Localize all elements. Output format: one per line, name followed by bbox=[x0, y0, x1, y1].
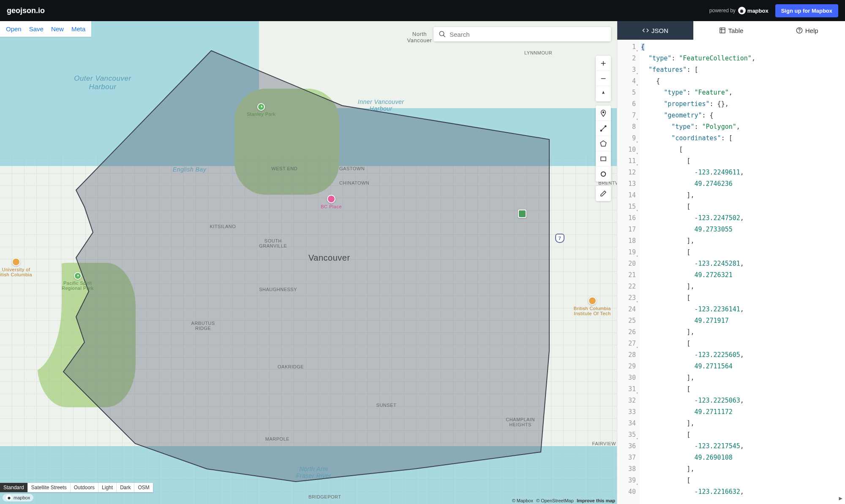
code-line[interactable]: ], bbox=[639, 418, 845, 429]
draw-circle-button[interactable] bbox=[596, 166, 611, 182]
menu-save[interactable]: Save bbox=[29, 25, 44, 33]
label-gastown: GASTOWN bbox=[339, 166, 365, 171]
gutter-line: 13 bbox=[617, 178, 638, 190]
gutter-line: 39▾ bbox=[617, 475, 638, 486]
tab-table[interactable]: Table bbox=[693, 21, 769, 40]
code-line[interactable]: "features": [ bbox=[639, 64, 845, 76]
code-line[interactable]: -123.2225063, bbox=[639, 395, 845, 406]
code-line[interactable]: 49.2690108 bbox=[639, 452, 845, 463]
code-editor[interactable]: 1▾23▾4▾567▾89▾10▾11▾12131415▾16171819▾20… bbox=[617, 40, 845, 504]
gutter-line: 19▾ bbox=[617, 247, 638, 258]
code-line[interactable]: { bbox=[639, 41, 845, 53]
code-line[interactable]: "properties": {}, bbox=[639, 98, 845, 110]
draw-line-button[interactable] bbox=[596, 121, 611, 136]
poi-ubc: University of itish Columbia bbox=[0, 258, 32, 277]
code-line[interactable]: [ bbox=[639, 247, 845, 258]
menu-meta[interactable]: Meta bbox=[71, 25, 85, 33]
code-line[interactable]: ], bbox=[639, 190, 845, 201]
gutter-line: 7▾ bbox=[617, 110, 638, 121]
code-line[interactable]: [ bbox=[639, 429, 845, 441]
highway-shield-7: 7 bbox=[555, 234, 564, 243]
code-line[interactable]: ], bbox=[639, 463, 845, 475]
mapbox-attribution-badge[interactable]: ◉ mapbox bbox=[3, 494, 33, 501]
scroll-right-arrow[interactable]: ▶ bbox=[839, 495, 842, 501]
code-line[interactable]: -123.2216632, bbox=[639, 486, 845, 498]
search-box[interactable] bbox=[433, 27, 611, 41]
code-line[interactable]: -123.2225605, bbox=[639, 349, 845, 361]
code-line[interactable]: 49.271917 bbox=[639, 315, 845, 327]
code-line[interactable]: "type": "Polygon", bbox=[639, 121, 845, 133]
gutter-line: 2 bbox=[617, 53, 638, 64]
edit-button[interactable] bbox=[596, 186, 611, 201]
code-line[interactable]: [ bbox=[639, 338, 845, 349]
search-input[interactable] bbox=[450, 31, 606, 38]
style-standard[interactable]: Standard bbox=[0, 483, 28, 492]
style-light[interactable]: Light bbox=[98, 483, 117, 492]
code-line[interactable]: { bbox=[639, 76, 845, 87]
label-west-end: WEST END bbox=[271, 166, 297, 171]
label-kitsilano: KITSILANO bbox=[210, 224, 236, 229]
city-label-vancouver: Vancouver bbox=[308, 253, 350, 263]
code-line[interactable]: -123.2245281, bbox=[639, 258, 845, 270]
menu-new[interactable]: New bbox=[51, 25, 64, 33]
code-line[interactable]: [ bbox=[639, 292, 845, 304]
brand-title[interactable]: geojson.io bbox=[7, 6, 45, 15]
water-label-inner-harbour: Inner VancouverHarbour bbox=[358, 98, 404, 112]
code-line[interactable]: -123.2236141, bbox=[639, 304, 845, 315]
draw-polygon-button[interactable] bbox=[596, 136, 611, 151]
tab-help[interactable]: Help bbox=[769, 21, 845, 40]
code-line[interactable]: "coordinates": [ bbox=[639, 133, 845, 144]
code-line[interactable]: 49.2746236 bbox=[639, 178, 845, 190]
code-line[interactable]: ], bbox=[639, 327, 845, 338]
code-line[interactable]: 49.2726321 bbox=[639, 270, 845, 281]
stadium-icon bbox=[327, 195, 335, 203]
attribution-osm[interactable]: © OpenStreetMap bbox=[536, 498, 574, 503]
gutter-line: 22 bbox=[617, 281, 638, 292]
gutter-line: 35▾ bbox=[617, 429, 638, 441]
code-line[interactable]: 49.2711172 bbox=[639, 406, 845, 418]
code-line[interactable]: "geometry": { bbox=[639, 110, 845, 121]
style-dark[interactable]: Dark bbox=[117, 483, 134, 492]
code-line[interactable]: [ bbox=[639, 384, 845, 395]
gutter-line: 10▾ bbox=[617, 144, 638, 155]
code-line[interactable]: [ bbox=[639, 475, 845, 486]
zoom-in-button[interactable] bbox=[596, 56, 611, 71]
code-line[interactable]: ], bbox=[639, 235, 845, 247]
code-line[interactable]: 49.2711564 bbox=[639, 361, 845, 372]
style-osm[interactable]: OSM bbox=[134, 483, 153, 492]
attribution-mapbox[interactable]: © Mapbox bbox=[512, 498, 533, 503]
code-line[interactable]: -123.2217545, bbox=[639, 441, 845, 452]
signup-button[interactable]: Sign up for Mapbox bbox=[775, 4, 838, 17]
map-panel[interactable]: Vancouver Outer VancouverHarbour Inner V… bbox=[0, 21, 617, 504]
label-champlain: CHAMPLAINHEIGHTS bbox=[506, 417, 535, 427]
label-north-vancouver: NorthVancouer bbox=[407, 31, 432, 44]
code-line[interactable]: -123.2249611, bbox=[639, 167, 845, 178]
code-line[interactable]: "type": "FeatureCollection", bbox=[639, 53, 845, 64]
poi-bcplace: BC Place bbox=[321, 195, 342, 209]
code-line[interactable]: ], bbox=[639, 281, 845, 292]
code-line[interactable]: [ bbox=[639, 201, 845, 212]
tab-json[interactable]: JSON bbox=[617, 21, 693, 40]
code-line[interactable]: [ bbox=[639, 155, 845, 167]
zoom-out-button[interactable] bbox=[596, 71, 611, 86]
app-header: geojson.io powered by ◉ mapbox Sign up f… bbox=[0, 0, 845, 21]
mapbox-logo[interactable]: ◉ mapbox bbox=[738, 7, 769, 14]
draw-point-button[interactable] bbox=[596, 106, 611, 121]
compass-button[interactable] bbox=[596, 86, 611, 101]
code-line[interactable]: [ bbox=[639, 144, 845, 155]
tree-icon bbox=[257, 103, 265, 111]
mapbox-badge-text: mapbox bbox=[14, 495, 30, 500]
menu-open[interactable]: Open bbox=[6, 25, 22, 33]
code-line[interactable]: -123.2247502, bbox=[639, 212, 845, 224]
code-content[interactable]: { "type": "FeatureCollection", "features… bbox=[639, 40, 845, 504]
code-line[interactable]: ], bbox=[639, 372, 845, 384]
tab-help-label: Help bbox=[805, 27, 818, 34]
code-line[interactable]: 49.2733055 bbox=[639, 224, 845, 235]
style-outdoors[interactable]: Outdoors bbox=[71, 483, 98, 492]
gutter-line: 40 bbox=[617, 486, 638, 498]
style-satellite[interactable]: Satellite Streets bbox=[28, 483, 71, 492]
label-sunset: SUNSET bbox=[376, 403, 397, 408]
code-line[interactable]: "type": "Feature", bbox=[639, 87, 845, 98]
draw-rectangle-button[interactable] bbox=[596, 151, 611, 166]
attribution-improve[interactable]: Improve this map bbox=[577, 498, 615, 503]
